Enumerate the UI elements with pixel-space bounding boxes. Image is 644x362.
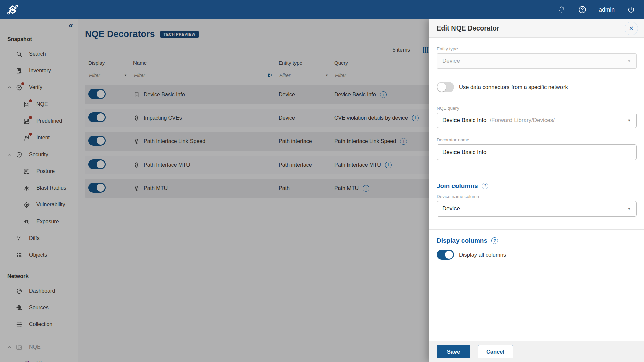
drawer-title: Edit NQE Decorator	[437, 24, 499, 32]
display-all-columns-label: Display all columns	[459, 252, 506, 258]
nqe-query-path: /Forward Library/Devices/	[490, 117, 555, 124]
question-icon[interactable]: ?	[482, 183, 488, 189]
drawer-body: Entity type Device ▼ Use data connectors…	[429, 38, 644, 341]
network-toggle-label: Use data connectors from a specific netw…	[459, 84, 568, 90]
save-button[interactable]: Save	[437, 345, 470, 358]
question-icon[interactable]: ?	[491, 237, 498, 244]
network-toggle[interactable]	[437, 82, 454, 92]
notifications-icon[interactable]	[558, 6, 566, 14]
app-logo-icon[interactable]	[6, 3, 20, 17]
edit-drawer: Edit NQE Decorator ✕ Entity type Device …	[429, 19, 644, 362]
chevron-down-icon: ▼	[627, 118, 631, 122]
close-icon[interactable]: ✕	[625, 22, 638, 35]
decorator-name-input[interactable]	[437, 144, 637, 160]
cancel-button[interactable]: Cancel	[478, 345, 513, 358]
entity-type-select: Device ▼	[437, 53, 637, 69]
nqe-query-label: NQE query	[437, 106, 637, 111]
nqe-query-select[interactable]: Device Basic Info /Forward Library/Devic…	[437, 113, 637, 128]
decorator-name-label: Decorator name	[437, 137, 637, 142]
display-all-columns-toggle[interactable]	[437, 250, 454, 260]
display-columns-heading: Display columns ?	[437, 237, 637, 244]
drawer-header: Edit NQE Decorator ✕	[429, 19, 644, 38]
device-name-column-select[interactable]: Device ▼	[437, 201, 637, 217]
chevron-down-icon: ▼	[627, 207, 631, 211]
user-menu[interactable]: admin	[599, 6, 615, 13]
nqe-query-value: Device Basic Info	[442, 117, 486, 124]
divider	[429, 229, 644, 230]
chevron-down-icon: ▼	[627, 59, 631, 63]
entity-type-label: Entity type	[437, 46, 637, 51]
divider	[429, 175, 644, 175]
join-columns-heading: Join columns ?	[437, 182, 637, 190]
drawer-footer: Save Cancel	[429, 341, 644, 362]
help-icon[interactable]	[578, 5, 587, 14]
device-name-column-label: Device name column	[437, 194, 637, 199]
display-all-columns-row: Display all columns	[437, 250, 637, 260]
network-toggle-row: Use data connectors from a specific netw…	[437, 82, 637, 92]
logout-icon[interactable]	[627, 6, 635, 14]
top-navbar: admin	[0, 0, 644, 19]
